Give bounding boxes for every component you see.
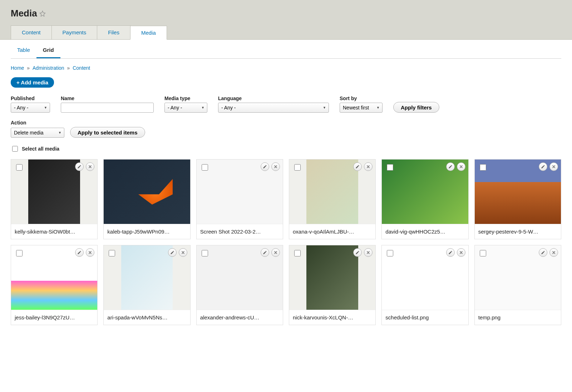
- media-card-checkbox[interactable]: [387, 164, 393, 171]
- media-card-actions: [446, 162, 465, 171]
- delete-icon[interactable]: [86, 162, 94, 171]
- delete-icon[interactable]: [86, 248, 94, 257]
- media-card: jess-bailey-l3N9Q27zU…: [11, 245, 98, 325]
- select-all-row: Select all media: [11, 145, 561, 153]
- apply-selected-button[interactable]: Apply to selected items: [70, 127, 145, 138]
- media-card-actions: [168, 248, 187, 257]
- media-card: nick-karvounis-XcLQN-…: [289, 245, 376, 325]
- media-thumbnail[interactable]: [104, 160, 190, 224]
- edit-icon[interactable]: [75, 248, 84, 257]
- subtab-table[interactable]: Table: [11, 43, 36, 58]
- edit-icon[interactable]: [261, 248, 269, 257]
- select-all-checkbox[interactable]: [12, 146, 18, 152]
- sort-by-select[interactable]: Newest first: [340, 103, 383, 113]
- tab-payments[interactable]: Payments: [51, 25, 98, 39]
- media-card-title: temp.png: [475, 310, 561, 325]
- language-select[interactable]: - Any -: [218, 103, 329, 113]
- filter-language: Language - Any -: [218, 95, 329, 113]
- delete-icon[interactable]: [457, 248, 465, 257]
- media-card-checkbox[interactable]: [202, 164, 208, 171]
- thumbnail-image: [104, 160, 190, 224]
- header-region: Media ContentPaymentsFilesMedia: [0, 0, 572, 40]
- filters-row: Published - Any - Name Media type - Any …: [11, 95, 561, 113]
- media-card-checkbox[interactable]: [387, 250, 393, 256]
- media-card-title: oxana-v-qoAIlAmLJBU-…: [289, 224, 375, 239]
- apply-filters-button[interactable]: Apply filters: [393, 102, 439, 113]
- breadcrumb-link[interactable]: Home: [11, 65, 24, 71]
- edit-icon[interactable]: [353, 162, 362, 171]
- page-title: Media: [11, 8, 561, 19]
- media-card-title: kaleb-tapp-J59wWPn09…: [104, 224, 190, 239]
- filter-published-label: Published: [11, 95, 50, 101]
- thumbnail-image: [306, 245, 358, 310]
- delete-icon[interactable]: [364, 248, 373, 257]
- add-media-button[interactable]: + Add media: [11, 77, 54, 88]
- filter-media-type-label: Media type: [164, 95, 207, 101]
- media-card-title: scheduled-list.png: [382, 310, 468, 325]
- media-card-actions: [75, 162, 94, 171]
- delete-icon[interactable]: [271, 162, 280, 171]
- published-select[interactable]: - Any -: [11, 103, 50, 113]
- delete-icon[interactable]: [364, 162, 373, 171]
- media-card: oxana-v-qoAIlAmLJBU-…: [289, 159, 376, 239]
- select-all-label: Select all media: [22, 146, 59, 152]
- media-card-title: david-vig-qwHHOC2z5…: [382, 224, 468, 239]
- media-card: Screen Shot 2022-03-2…: [196, 159, 283, 239]
- action-label: Action: [11, 120, 561, 126]
- edit-icon[interactable]: [446, 248, 455, 257]
- delete-icon[interactable]: [549, 248, 558, 257]
- media-card-title: sergey-pesterev-9-5-W…: [475, 224, 561, 239]
- breadcrumb-link[interactable]: Administration: [33, 65, 64, 71]
- media-card: kelly-sikkema-SiOW0bt…: [11, 159, 98, 239]
- media-card: scheduled-list.png: [381, 245, 468, 325]
- breadcrumb-sep: »: [25, 65, 31, 71]
- media-type-select[interactable]: - Any -: [164, 103, 207, 113]
- filter-name: Name: [61, 95, 154, 113]
- media-card-checkbox[interactable]: [16, 164, 23, 171]
- media-card-title: kelly-sikkema-SiOW0bt…: [11, 224, 97, 239]
- star-icon[interactable]: [39, 10, 46, 17]
- media-card-checkbox[interactable]: [480, 164, 486, 171]
- media-card-checkbox[interactable]: [202, 250, 208, 256]
- primary-tabs: ContentPaymentsFilesMedia: [11, 25, 561, 39]
- media-card-actions: [75, 248, 94, 257]
- tab-files[interactable]: Files: [97, 25, 130, 39]
- edit-icon[interactable]: [539, 162, 547, 171]
- breadcrumb-sep: »: [66, 65, 72, 71]
- action-select[interactable]: Delete media: [11, 128, 64, 138]
- subtab-grid[interactable]: Grid: [36, 43, 60, 58]
- media-card-checkbox[interactable]: [294, 250, 301, 256]
- media-card-checkbox[interactable]: [294, 164, 301, 171]
- edit-icon[interactable]: [261, 162, 269, 171]
- edit-icon[interactable]: [353, 248, 362, 257]
- action-row: Action Delete media Apply to selected it…: [11, 120, 561, 138]
- edit-icon[interactable]: [446, 162, 455, 171]
- media-card-actions: [353, 162, 373, 171]
- page-title-text: Media: [11, 8, 37, 19]
- delete-icon[interactable]: [549, 162, 558, 171]
- media-card-actions: [539, 162, 558, 171]
- delete-icon[interactable]: [457, 162, 465, 171]
- name-input[interactable]: [61, 103, 154, 113]
- media-card: temp.png: [474, 245, 561, 325]
- filter-language-label: Language: [218, 95, 329, 101]
- media-card: david-vig-qwHHOC2z5…: [381, 159, 468, 239]
- media-card-checkbox[interactable]: [16, 250, 23, 256]
- media-card-actions: [446, 248, 465, 257]
- edit-icon[interactable]: [168, 248, 177, 257]
- delete-icon[interactable]: [179, 248, 187, 257]
- thumbnail-image: [306, 160, 358, 224]
- breadcrumb: Home » Administration » Content: [11, 65, 561, 71]
- edit-icon[interactable]: [539, 248, 547, 257]
- delete-icon[interactable]: [271, 248, 280, 257]
- media-card-checkbox[interactable]: [109, 250, 115, 256]
- media-card-title: alexander-andrews-cU…: [197, 310, 283, 325]
- media-card-checkbox[interactable]: [480, 250, 486, 256]
- edit-icon[interactable]: [75, 162, 84, 171]
- tab-content[interactable]: Content: [11, 25, 52, 39]
- breadcrumb-link[interactable]: Content: [73, 65, 90, 71]
- content-region: TableGrid Home » Administration » Conten…: [0, 43, 572, 339]
- media-grid: kelly-sikkema-SiOW0bt…kaleb-tapp-J59wWPn…: [11, 159, 561, 325]
- media-card-title: jess-bailey-l3N9Q27zU…: [11, 310, 97, 325]
- tab-media[interactable]: Media: [130, 26, 167, 40]
